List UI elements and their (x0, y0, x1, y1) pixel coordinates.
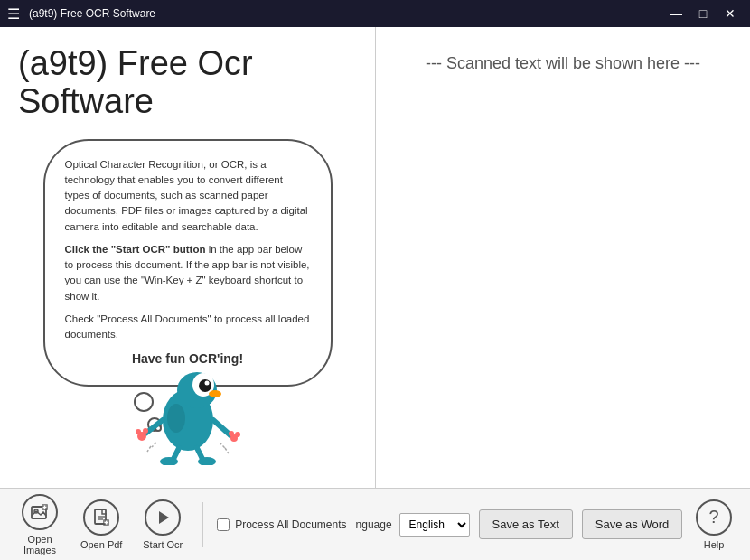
svg-line-10 (213, 420, 230, 435)
language-section: nguage English German French Spanish (356, 513, 470, 537)
process-all-label[interactable]: Process All Documents (217, 518, 346, 531)
svg-point-4 (204, 381, 209, 386)
svg-point-12 (235, 432, 240, 437)
svg-point-18 (167, 404, 185, 433)
svg-marker-34 (159, 511, 169, 524)
svg-point-8 (136, 429, 141, 434)
open-images-label: Open Images (14, 534, 66, 555)
open-pdf-icon (83, 499, 119, 536)
toolbar-separator-1 (202, 502, 203, 547)
svg-line-22 (225, 448, 229, 453)
mascot-area: Optical Character Recognition, or OCR, i… (18, 139, 357, 479)
main-content: (a9t9) Free Ocr Software Optical Charact… (0, 27, 750, 488)
title-bar-title: (a9t9) Free OCR Software (29, 7, 663, 20)
open-pdf-label: Open Pdf (80, 539, 122, 550)
bubble-para2: Click the "Start OCR" button in the app … (65, 242, 311, 304)
save-as-word-button[interactable]: Save as Word (582, 509, 682, 539)
left-panel: (a9t9) Free Ocr Software Optical Charact… (0, 27, 375, 488)
svg-point-5 (209, 390, 221, 397)
svg-line-20 (147, 446, 151, 452)
start-ocr-icon (145, 499, 181, 536)
open-images-icon (22, 494, 58, 530)
svg-line-19 (152, 443, 156, 447)
process-all-checkbox[interactable] (217, 518, 230, 531)
start-ocr-button[interactable]: Start Ocr (136, 494, 189, 555)
toolbar: Open Images Open Pdf Start Ocr (0, 488, 750, 560)
start-ocr-label: Start Ocr (143, 539, 183, 550)
svg-line-21 (220, 443, 225, 448)
save-as-text-button[interactable]: Save as Text (479, 509, 573, 539)
svg-point-9 (143, 428, 148, 434)
bubble-para1: Optical Character Recognition, or OCR, i… (65, 157, 311, 235)
help-label: Help (704, 539, 725, 550)
language-label: nguage (356, 518, 392, 531)
scanned-text-placeholder: --- Scanned text will be shown here --- (426, 54, 700, 73)
window-controls: — □ ✕ (663, 5, 743, 23)
process-all-text: Process All Documents (235, 518, 346, 531)
app-title: (a9t9) Free Ocr Software (18, 45, 357, 121)
close-button[interactable]: ✕ (717, 5, 743, 23)
svg-point-3 (199, 379, 211, 392)
minimize-button[interactable]: — (663, 5, 689, 23)
mascot-figure (129, 334, 247, 461)
language-select[interactable]: English German French Spanish (399, 513, 470, 537)
maximize-button[interactable]: □ (690, 5, 716, 23)
help-icon: ? (696, 499, 732, 536)
open-images-button[interactable]: Open Images (14, 494, 66, 555)
title-bar: ☰ (a9t9) Free OCR Software — □ ✕ (0, 0, 750, 27)
svg-point-13 (229, 431, 234, 436)
help-button[interactable]: ? Help (691, 494, 736, 555)
right-panel: --- Scanned text will be shown here --- (375, 27, 750, 488)
open-pdf-button[interactable]: Open Pdf (75, 494, 127, 555)
bubble-para2-emphasis: Click the "Start OCR" button (65, 244, 206, 255)
menu-icon[interactable]: ☰ (7, 5, 20, 23)
